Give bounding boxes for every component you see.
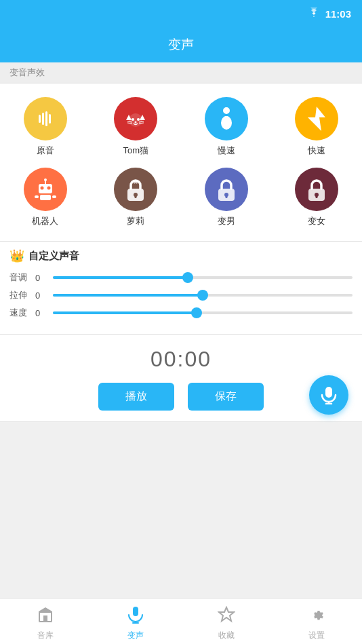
pitch-label: 音调 <box>9 271 28 284</box>
svg-rect-24 <box>40 195 51 200</box>
effect-tomcat-icon <box>114 97 157 140</box>
effect-male-label: 变男 <box>218 215 235 227</box>
nav-favorites[interactable]: 收藏 <box>181 602 272 641</box>
svg-rect-36 <box>325 387 332 398</box>
effect-original[interactable]: 原音 <box>0 92 91 162</box>
svg-rect-23 <box>41 191 50 192</box>
custom-voice-section: 👑 自定义声音 音调 0 拉伸 0 速度 0 <box>0 242 362 335</box>
crown-icon: 👑 <box>9 248 24 263</box>
svg-rect-26 <box>52 195 56 198</box>
effect-fast[interactable]: 快速 <box>272 92 363 162</box>
effect-tomcat[interactable]: Tom猫 <box>91 92 182 162</box>
timer-section: 00:00 播放 保存 <box>0 335 362 422</box>
svg-rect-42 <box>39 613 40 621</box>
svg-point-14 <box>223 107 230 114</box>
play-button[interactable]: 播放 <box>98 383 174 411</box>
speed-value: 0 <box>35 308 46 318</box>
nav-library-label: 音库 <box>37 630 54 641</box>
svg-rect-0 <box>39 115 41 123</box>
svg-point-19 <box>44 178 47 181</box>
svg-point-8 <box>137 118 140 121</box>
svg-rect-3 <box>49 114 51 124</box>
stretch-fill <box>53 294 203 297</box>
svg-rect-16 <box>224 116 229 126</box>
effect-robot-label: 机器人 <box>32 215 58 227</box>
button-row: 播放 保存 <box>98 383 264 411</box>
status-bar: 11:03 <box>0 0 362 27</box>
effect-robot-icon <box>24 168 67 211</box>
speed-track <box>53 311 353 314</box>
mic-fab-button[interactable] <box>309 375 348 415</box>
effect-molly-label: 萝莉 <box>127 215 144 227</box>
svg-rect-2 <box>45 111 47 126</box>
custom-voice-header: 👑 自定义声音 <box>9 248 353 263</box>
stretch-track <box>53 294 353 297</box>
effect-fast-label: 快速 <box>308 145 325 157</box>
effect-male[interactable]: 变男 <box>181 162 272 233</box>
nav-settings-icon <box>308 606 325 628</box>
stretch-slider-row: 拉伸 0 <box>9 289 353 301</box>
pitch-fill <box>53 276 188 279</box>
svg-rect-25 <box>35 195 39 198</box>
effect-molly[interactable]: 萝莉 <box>91 162 182 233</box>
svg-rect-43 <box>51 613 52 621</box>
stretch-label: 拉伸 <box>9 289 28 301</box>
svg-marker-49 <box>219 607 234 621</box>
custom-voice-title: 自定义声音 <box>28 250 79 263</box>
effect-male-icon <box>205 168 248 211</box>
wifi-icon <box>308 7 320 20</box>
nav-settings[interactable]: 设置 <box>272 602 363 641</box>
svg-rect-45 <box>43 615 47 621</box>
effect-female-label: 变女 <box>308 215 325 227</box>
nav-voice-change-icon <box>127 606 144 628</box>
nav-favorites-label: 收藏 <box>218 630 235 641</box>
stretch-value: 0 <box>35 290 46 301</box>
svg-rect-32 <box>225 195 227 198</box>
svg-point-21 <box>40 187 43 190</box>
svg-point-9 <box>135 121 137 124</box>
save-button[interactable]: 保存 <box>188 383 264 411</box>
effect-fast-icon <box>295 97 338 140</box>
svg-marker-17 <box>308 107 325 131</box>
speed-label: 速度 <box>9 307 28 319</box>
stretch-thumb[interactable] <box>197 290 208 301</box>
svg-rect-46 <box>133 607 138 616</box>
nav-voice-change-label: 变声 <box>127 630 144 641</box>
pitch-track <box>53 276 353 279</box>
svg-rect-1 <box>42 113 44 125</box>
effect-original-icon <box>24 97 67 140</box>
svg-point-7 <box>132 118 134 121</box>
effect-original-label: 原音 <box>37 145 54 157</box>
pitch-thumb[interactable] <box>182 272 193 283</box>
speed-slider-row: 速度 0 <box>9 307 353 319</box>
nav-library[interactable]: 音库 <box>0 602 91 641</box>
nav-voice-change[interactable]: 变声 <box>91 602 182 641</box>
effect-tomcat-label: Tom猫 <box>123 145 148 157</box>
nav-library-icon <box>37 606 54 628</box>
svg-rect-35 <box>316 195 318 198</box>
nav-favorites-icon <box>218 606 235 628</box>
empty-area <box>0 422 362 592</box>
effect-slow-label: 慢速 <box>218 145 235 157</box>
svg-rect-29 <box>135 195 137 198</box>
pitch-slider-row: 音调 0 <box>9 271 353 284</box>
effect-robot[interactable]: 机器人 <box>0 162 91 233</box>
effects-grid: 原音 Tom猫 <box>0 83 362 242</box>
effects-section-label: 变音声效 <box>0 62 362 83</box>
bottom-nav: 音库 变声 收藏 设置 <box>0 598 362 644</box>
app-header: 变声 <box>0 27 362 62</box>
effect-slow[interactable]: 慢速 <box>181 92 272 162</box>
effect-slow-icon <box>205 97 248 140</box>
effect-female-icon <box>295 168 338 211</box>
svg-rect-44 <box>39 621 52 622</box>
speed-thumb[interactable] <box>191 307 202 318</box>
svg-point-22 <box>47 187 50 190</box>
speed-fill <box>53 311 197 314</box>
page-title: 变声 <box>168 36 194 54</box>
timer-display: 00:00 <box>150 347 212 372</box>
effect-female[interactable]: 变女 <box>272 162 363 233</box>
pitch-value: 0 <box>35 273 46 283</box>
nav-settings-label: 设置 <box>308 630 325 641</box>
status-time: 11:03 <box>325 8 351 20</box>
effect-molly-icon <box>114 168 157 211</box>
